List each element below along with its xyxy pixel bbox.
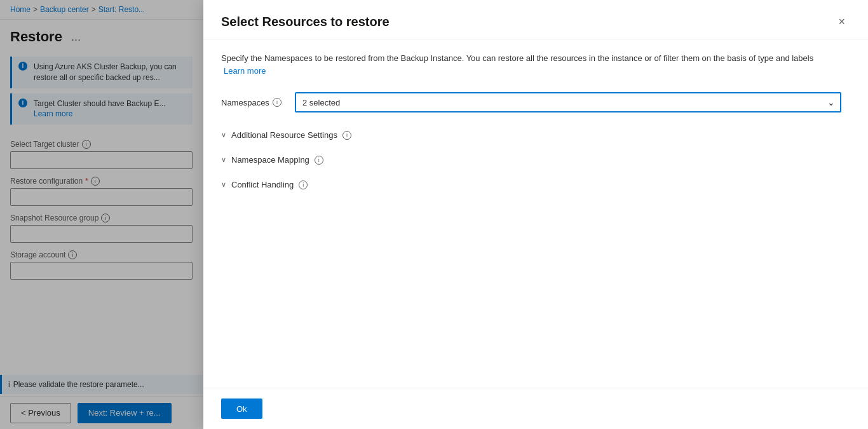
namespace-mapping-chevron: ∨ bbox=[221, 156, 226, 164]
additional-resource-settings-label: Additional Resource Settings bbox=[231, 130, 337, 140]
dialog-description: Specify the Namespaces to be restored fr… bbox=[221, 52, 825, 77]
additional-resource-settings-chevron: ∨ bbox=[221, 131, 226, 139]
ok-button[interactable]: Ok bbox=[221, 398, 262, 419]
conflict-handling-info-icon[interactable]: i bbox=[299, 180, 308, 189]
namespace-mapping-section: ∨ Namespace Mapping i bbox=[221, 150, 850, 170]
namespaces-info-icon[interactable]: i bbox=[273, 98, 281, 107]
conflict-handling-header[interactable]: ∨ Conflict Handling i bbox=[221, 175, 850, 194]
namespaces-label: Namespaces i bbox=[221, 98, 285, 107]
conflict-handling-label: Conflict Handling bbox=[231, 180, 294, 189]
dialog-panel: Select Resources to restore × Specify th… bbox=[203, 0, 868, 429]
namespace-mapping-label: Namespace Mapping bbox=[231, 155, 309, 165]
namespaces-dropdown[interactable]: 2 selected bbox=[295, 92, 841, 112]
additional-resource-settings-info-icon[interactable]: i bbox=[342, 131, 351, 140]
dialog-title: Select Resources to restore bbox=[221, 15, 390, 29]
conflict-handling-section: ∨ Conflict Handling i bbox=[221, 175, 850, 194]
dialog-body: Specify the Namespaces to be restored fr… bbox=[203, 39, 868, 388]
namespaces-field-row: Namespaces i 2 selected ⌄ bbox=[221, 92, 850, 112]
namespace-mapping-header[interactable]: ∨ Namespace Mapping i bbox=[221, 150, 850, 170]
dialog-overlay: Select Resources to restore × Specify th… bbox=[0, 0, 868, 429]
learn-more-link[interactable]: Learn more bbox=[224, 66, 266, 76]
dialog-header: Select Resources to restore × bbox=[203, 0, 868, 39]
conflict-handling-chevron: ∨ bbox=[221, 180, 226, 189]
additional-resource-settings-section: ∨ Additional Resource Settings i bbox=[221, 125, 850, 145]
dialog-close-button[interactable]: × bbox=[833, 13, 850, 31]
namespaces-dropdown-container: 2 selected ⌄ bbox=[295, 92, 841, 112]
additional-resource-settings-header[interactable]: ∨ Additional Resource Settings i bbox=[221, 125, 850, 145]
dialog-footer: Ok bbox=[203, 388, 868, 429]
namespace-mapping-info-icon[interactable]: i bbox=[315, 156, 323, 165]
